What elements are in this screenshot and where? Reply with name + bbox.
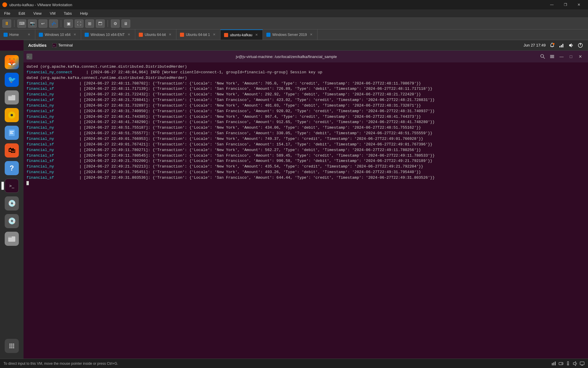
dock-item-software[interactable]: 🛍 — [4, 142, 20, 158]
toolbar-console[interactable]: 🖥 — [121, 19, 130, 28]
toolbar-revert[interactable]: ↩ — [39, 19, 47, 28]
svg-rect-2 — [85, 33, 89, 37]
toolbar-power-btn[interactable]: ⏸ — [2, 19, 11, 28]
dock-item-text-editor[interactable] — [4, 125, 20, 141]
status-usb-icon — [566, 361, 570, 366]
svg-rect-1 — [39, 33, 43, 37]
tab-ubuntu-kafka[interactable]: ubuntu-kafkau ✕ — [220, 29, 263, 40]
win10ent-icon — [85, 33, 89, 37]
terminal-titlebar: >_ jv@jv-virtual-machine: /usr/local/zen… — [24, 51, 588, 62]
volume-icon — [568, 42, 574, 48]
svg-rect-48 — [567, 362, 569, 364]
menu-view[interactable]: View — [31, 10, 43, 17]
tab-ubuntu64-close[interactable]: ✕ — [168, 32, 173, 37]
log-line: financial_sf | [2024-06-27 22:49:21.7922… — [26, 158, 585, 164]
vm-display-area[interactable]: 🦊 🐦 — [0, 40, 588, 359]
tab-win10ent[interactable]: Windows 10 x64-ENT ✕ — [81, 29, 135, 40]
tab-ubuntu-kafka-close[interactable]: ✕ — [254, 32, 259, 37]
svg-point-22 — [13, 345, 14, 347]
dock-item-thunderbird[interactable]: 🐦 — [4, 72, 20, 88]
toolbar-snapshot[interactable]: 📷 — [28, 19, 37, 28]
toolbar-suspend[interactable]: 💤 — [49, 19, 58, 28]
status-hdd-icon — [559, 361, 563, 366]
svg-text:>_: >_ — [27, 55, 31, 58]
dock-item-firefox[interactable]: 🦊 — [4, 54, 20, 70]
menu-edit[interactable]: Edit — [17, 10, 27, 17]
terminal-body[interactable]: dated (org.apache.kafka.connect.runtime.… — [24, 62, 588, 359]
tab-winserver2019[interactable]: Windows Server 2019 ✕ — [263, 29, 317, 40]
svg-rect-4 — [180, 33, 184, 37]
toolbar-view-normal[interactable]: ▣ — [64, 19, 73, 28]
dock-item-rhythmbox[interactable] — [4, 107, 20, 123]
dock-item-files2[interactable] — [4, 231, 20, 247]
log-line: dated (org.apache.kafka.connect.runtime.… — [26, 75, 585, 81]
ubuntu-top-panel: Activities >_ Terminal Jun 27 17:49 — [24, 40, 588, 51]
tab-home[interactable]: Home ✕ — [0, 29, 35, 40]
tab-ubuntu64[interactable]: Ubuntu 64-bit ✕ — [135, 29, 176, 40]
svg-rect-3 — [139, 33, 143, 37]
terminal-maximize-button[interactable]: □ — [566, 52, 576, 61]
menu-file[interactable]: File — [2, 10, 12, 17]
dock-item-dvd1[interactable]: 💿 — [4, 195, 20, 211]
dock-item-help[interactable]: ? — [4, 160, 20, 176]
tab-win10x64-close[interactable]: ✕ — [72, 32, 77, 37]
tab-ubuntu64b1[interactable]: Ubuntu 64-bit 1 ✕ — [176, 29, 220, 40]
panel-right: Jun 27 17:49 — [524, 42, 583, 48]
terminal-cursor-line — [26, 181, 585, 186]
log-line: financial_sf | [2024-06-27 22:49:31.8035… — [26, 175, 585, 181]
dock-item-show-apps[interactable] — [4, 338, 20, 354]
svg-rect-40 — [550, 55, 554, 56]
svg-rect-52 — [580, 362, 584, 365]
terminal-window[interactable]: >_ jv@jv-virtual-machine: /usr/local/zen… — [24, 51, 588, 359]
dock-item-files[interactable] — [4, 89, 20, 105]
svg-rect-28 — [552, 47, 553, 47]
tabbar: Home ✕ Windows 10 x64 ✕ Windows 10 x64-E… — [0, 29, 588, 40]
svg-rect-13 — [10, 132, 13, 133]
dock-item-dvd2[interactable]: 💿 — [4, 213, 20, 229]
terminal-search-button[interactable] — [538, 52, 547, 61]
status-message: To direct input to this VM, move the mou… — [4, 362, 118, 366]
tab-win10x64[interactable]: Windows 10 x64 ✕ — [35, 29, 81, 40]
win-close-button[interactable]: ✕ — [572, 0, 586, 9]
svg-point-25 — [13, 347, 14, 349]
svg-rect-41 — [550, 56, 554, 57]
toolbar-sep-2 — [61, 20, 61, 27]
dock-item-terminal[interactable]: >_ — [4, 178, 20, 194]
toolbar-send-ctrlaltdel[interactable]: ⌨ — [17, 19, 26, 28]
log-line: financial_ny | [2024-06-27 22:48:31.7328… — [26, 103, 585, 109]
tab-ubuntu64b1-close[interactable]: ✕ — [212, 32, 217, 37]
power-icon[interactable] — [577, 42, 583, 48]
svg-marker-33 — [569, 43, 572, 47]
ubuntu-kafka-icon — [224, 33, 228, 37]
win-restore-button[interactable]: ❐ — [559, 0, 572, 9]
tab-home-close[interactable]: ✕ — [26, 32, 31, 37]
menu-vm[interactable]: VM — [48, 10, 57, 17]
menu-tabs[interactable]: Tabs — [62, 10, 74, 17]
svg-rect-44 — [553, 362, 554, 365]
menu-help[interactable]: Help — [78, 10, 90, 17]
toolbar-view-unity[interactable]: ⊞ — [85, 19, 94, 28]
log-line: financial_ny | [2024-06-27 22:48:41.7443… — [26, 114, 585, 120]
log-line: financial_sf | [2024-06-27 22:48:31.7409… — [26, 109, 585, 114]
toolbar-settings[interactable]: ⚙ — [111, 19, 120, 28]
notification-icon[interactable] — [549, 42, 555, 48]
svg-point-10 — [11, 114, 13, 116]
svg-point-38 — [541, 54, 544, 57]
activities-button[interactable]: Activities — [28, 43, 46, 48]
toolbar-view-full[interactable]: ⛶ — [75, 19, 83, 28]
win-minimize-button[interactable]: — — [545, 0, 559, 9]
home-icon — [4, 33, 8, 37]
terminal-search-icon — [540, 54, 545, 59]
svg-point-17 — [9, 344, 11, 345]
win-controls: — ❐ ✕ — [545, 0, 586, 9]
log-line: financial_ny_connect | [2024-06-27 22:48… — [26, 70, 585, 75]
ubuntu-dock: 🦊 🐦 — [0, 51, 24, 359]
toolbar-view-tab[interactable]: 🗔 — [96, 19, 105, 28]
terminal-menu-button[interactable] — [547, 52, 557, 61]
tab-winserver2019-close[interactable]: ✕ — [309, 32, 314, 37]
terminal-close-button[interactable]: ✕ — [576, 52, 585, 61]
tab-win10ent-close[interactable]: ✕ — [126, 32, 131, 37]
svg-rect-6 — [266, 33, 270, 37]
panel-clock: Jun 27 17:49 — [524, 43, 546, 47]
terminal-minimize-button[interactable]: — — [557, 52, 566, 61]
